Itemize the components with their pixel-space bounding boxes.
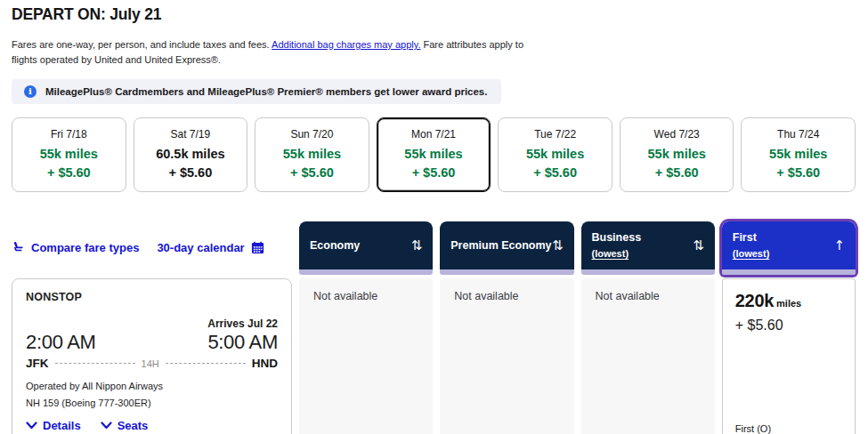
route-dash-line xyxy=(55,363,135,364)
award-price: 220kmiles + $5.60 xyxy=(735,291,842,334)
date-carousel: Fri 7/18 55k miles + $5.60 Sat 7/19 60.5… xyxy=(12,117,856,192)
first-fare-cell[interactable]: 220kmiles + $5.60 First (O) xyxy=(722,278,856,434)
economy-fare-cell: Not available xyxy=(299,278,433,434)
compare-fare-types-label: Compare fare types xyxy=(31,241,139,254)
date-fees: + $5.60 xyxy=(621,164,734,182)
business-fare-cell: Not available xyxy=(581,278,715,434)
date-label: Tue 7/22 xyxy=(499,126,612,142)
business-header-sort-button[interactable]: Business (lowest) ⇅ xyxy=(581,221,715,275)
date-fees: + $5.60 xyxy=(134,164,247,182)
date-fees: + $5.60 xyxy=(377,164,491,182)
seats-label: Seats xyxy=(118,419,149,432)
results-grid: Compare fare types 30-day calendar xyxy=(12,221,856,434)
route-dash-line xyxy=(166,363,246,364)
column-economy: Economy ⇅ xyxy=(299,221,433,278)
availability-status: Not available xyxy=(313,290,377,302)
award-search-results-page: DEPART ON: July 21 Fares are one-way, pe… xyxy=(0,0,868,434)
first-header-sort-button[interactable]: First (lowest) ↑ xyxy=(722,221,856,275)
seats-link[interactable]: Seats xyxy=(101,419,149,432)
column-business: Business (lowest) ⇅ xyxy=(581,221,715,278)
thirty-day-calendar-link[interactable]: 30-day calendar xyxy=(157,241,264,254)
date-card-fri-7-18[interactable]: Fri 7/18 55k miles + $5.60 xyxy=(12,117,126,192)
column-strip xyxy=(299,269,433,275)
date-label: Thu 7/24 xyxy=(742,126,855,142)
details-label: Details xyxy=(43,419,81,432)
column-strip xyxy=(722,269,856,275)
date-card-thu-7-24[interactable]: Thu 7/24 55k miles + $5.60 xyxy=(741,117,856,192)
column-label: Economy xyxy=(310,238,360,253)
date-card-mon-7-21[interactable]: Mon 7/21 55k miles + $5.60 xyxy=(377,117,491,192)
column-sublabel: (lowest) xyxy=(733,248,770,259)
column-strip xyxy=(440,269,573,275)
date-miles: 55k miles xyxy=(256,145,369,164)
column-label: Business xyxy=(592,230,642,245)
fare-class-label: First (O) xyxy=(735,423,842,434)
award-fees: + $5.60 xyxy=(735,317,842,334)
date-label: Sun 7/20 xyxy=(256,126,369,142)
award-miles: 220k xyxy=(735,291,774,310)
sort-icon: ⇅ xyxy=(693,237,704,253)
date-fees: + $5.60 xyxy=(742,164,855,182)
column-label: First xyxy=(733,230,770,245)
date-fees: + $5.60 xyxy=(499,164,612,182)
details-link[interactable]: Details xyxy=(26,419,81,432)
date-card-wed-7-23[interactable]: Wed 7/23 55k miles + $5.60 xyxy=(620,117,734,192)
column-first-selected: First (lowest) ↑ xyxy=(722,221,856,278)
date-miles: 55k miles xyxy=(12,145,126,164)
column-sublabel: (lowest) xyxy=(592,248,629,259)
banner-text: MileagePlus® Cardmembers and MileagePlus… xyxy=(45,86,487,97)
operated-by-text: Operated by All Nippon Airways xyxy=(26,381,278,391)
economy-header-sort-button[interactable]: Economy ⇅ xyxy=(299,221,433,275)
info-icon: i xyxy=(24,85,37,98)
departure-time: 2:00 AM xyxy=(26,331,96,354)
date-label: Mon 7/21 xyxy=(377,126,491,142)
flight-duration: 14H xyxy=(142,358,159,369)
date-miles: 55k miles xyxy=(621,145,734,164)
column-label: Premium Economy xyxy=(450,238,551,253)
date-miles: 55k miles xyxy=(742,145,855,164)
arrival-note: Arrives Jul 22 xyxy=(26,317,278,330)
stops-label: NONSTOP xyxy=(26,291,278,303)
page-title: DEPART ON: July 21 xyxy=(12,5,856,24)
column-strip xyxy=(581,269,715,275)
sort-ascending-icon: ↑ xyxy=(833,237,845,253)
destination-airport-code: HND xyxy=(252,357,278,370)
calendar-icon xyxy=(251,241,264,254)
date-fees: + $5.60 xyxy=(12,164,126,182)
flight-number-text: NH 159 (Boeing 777-300ER) xyxy=(26,398,278,408)
arrival-time: 5:00 AM xyxy=(207,331,278,354)
bag-charges-link[interactable]: Additional bag charges may apply. xyxy=(272,39,420,50)
date-miles: 55k miles xyxy=(499,145,612,164)
date-card-sat-7-19[interactable]: Sat 7/19 60.5k miles + $5.60 xyxy=(134,117,248,192)
seat-icon xyxy=(12,241,25,254)
column-premium-economy: Premium Economy ⇅ xyxy=(440,221,573,278)
mileageplus-info-banner: i MileagePlus® Cardmembers and MileagePl… xyxy=(12,79,501,104)
date-label: Sat 7/19 xyxy=(134,126,247,142)
calendar-label: 30-day calendar xyxy=(157,241,244,254)
availability-status: Not available xyxy=(454,290,518,302)
compare-fare-types-link[interactable]: Compare fare types xyxy=(12,241,139,254)
date-miles: 60.5k miles xyxy=(134,145,247,164)
fare-disclaimer: Fares are one-way, per person, and inclu… xyxy=(12,37,546,68)
sort-icon: ⇅ xyxy=(552,237,564,253)
chevron-down-icon xyxy=(26,419,37,432)
origin-airport-code: JFK xyxy=(26,357,49,370)
sort-icon: ⇅ xyxy=(411,237,423,253)
date-fees: + $5.60 xyxy=(256,164,369,182)
date-miles: 55k miles xyxy=(377,145,491,164)
date-card-sun-7-20[interactable]: Sun 7/20 55k miles + $5.60 xyxy=(255,117,369,192)
flight-card: NONSTOP Arrives Jul 22 2:00 AM 5:00 AM J… xyxy=(12,278,292,434)
availability-status: Not available xyxy=(596,290,660,302)
chevron-down-icon xyxy=(101,419,112,432)
award-miles-unit: miles xyxy=(776,298,801,309)
date-label: Wed 7/23 xyxy=(621,126,734,142)
date-label: Fri 7/18 xyxy=(12,126,126,142)
fare-tools: Compare fare types 30-day calendar xyxy=(12,221,292,278)
date-card-tue-7-22[interactable]: Tue 7/22 55k miles + $5.60 xyxy=(498,117,612,192)
disclaimer-pre-text: Fares are one-way, per person, and inclu… xyxy=(12,39,272,50)
premium-economy-header-sort-button[interactable]: Premium Economy ⇅ xyxy=(440,221,573,275)
premium-economy-fare-cell: Not available xyxy=(440,278,573,434)
